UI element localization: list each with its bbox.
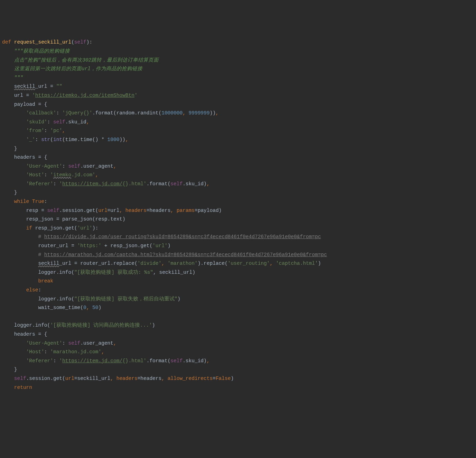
kwarg-name: url <box>98 208 107 213</box>
code-text: } <box>14 190 17 195</box>
code-text: logger.info( <box>14 323 50 328</box>
keyword-return: return <box>14 385 32 390</box>
dict-key: 'Referer' <box>26 181 53 187</box>
number-literal: 50 <box>92 305 98 310</box>
code-text: .format( <box>147 181 171 187</box>
dict-key: 'skuId' <box>26 119 47 125</box>
kwarg-name: headers <box>116 376 138 381</box>
comment-url: https://marathon.jd.com/captcha.html?sku… <box>44 252 327 258</box>
code-text: headers = { <box>14 155 47 160</box>
string-literal: 'user_routing' <box>228 261 270 266</box>
code-text: .format( <box>147 358 171 364</box>
url-string: https://item.jd.com/ <box>62 181 122 187</box>
attr-access: .user_agent <box>80 340 113 346</box>
code-text: payload = { <box>14 102 47 107</box>
self-ref: self <box>53 119 65 125</box>
code-text: =headers <box>147 208 171 213</box>
function-name: request_seckill_url <box>14 39 71 45</box>
string-quote: ' <box>50 172 53 178</box>
docstring-line: 点击"抢购"按钮后，会有两次302跳转，最后到达订单结算页面 <box>14 57 159 63</box>
code-text: : <box>62 163 68 169</box>
code-text: .session.get( <box>59 208 98 213</box>
docstring-line: """获取商品的抢购链接 <box>14 48 70 54</box>
code-text: (time.time() * <box>62 137 108 142</box>
comma: , <box>62 128 65 133</box>
code-text: ) <box>168 243 171 249</box>
code-text: ) <box>318 261 321 266</box>
comma: , <box>95 172 99 178</box>
number-literal: 1000 <box>108 137 120 142</box>
string-tail: {}.html' <box>122 358 147 364</box>
dict-key: 'callback' <box>26 110 56 116</box>
code-text: : <box>62 340 68 346</box>
code-text: : <box>53 358 59 364</box>
docstring-line: """ <box>14 75 23 81</box>
self-ref: self <box>47 208 59 213</box>
code-text: = <box>213 376 216 381</box>
attr-access: .sku_id <box>183 358 204 364</box>
code-text: ) <box>177 296 180 302</box>
string-literal: 'captcha.html' <box>276 261 318 266</box>
code-text: } <box>14 146 17 151</box>
code-text: ) <box>231 376 234 381</box>
code-text: + resp_json.get( <box>101 243 152 249</box>
string-literal: 'pc' <box>50 128 62 133</box>
self-ref: self <box>68 163 80 169</box>
string-tail: {}.html' <box>122 181 147 187</box>
code-text: : <box>44 128 50 133</box>
code-text: resp = <box>26 208 47 213</box>
code-text: ) <box>204 358 207 364</box>
code-text: .session.get( <box>26 376 65 381</box>
attr-access: .user_agent <box>80 163 113 169</box>
comma: , <box>207 358 210 364</box>
warned-string: itemko <box>53 172 71 178</box>
comma: , <box>86 119 90 125</box>
self-param: self <box>74 39 86 45</box>
string-literal: 'https:' <box>77 243 102 249</box>
code-text: resp_json = parse_json(resp.text) <box>26 216 125 222</box>
comma: , <box>110 376 116 381</box>
kwarg-name: allow_redirects <box>168 376 213 381</box>
code-text: _url = router_url.replace( <box>59 261 137 266</box>
comma: , <box>161 376 167 381</box>
code-text: =headers <box>138 376 162 381</box>
dict-key: 'Referer' <box>26 358 53 364</box>
code-text: } <box>14 367 17 372</box>
string-literal: "[获取抢购链接] 获取成功: %s" <box>74 270 153 275</box>
string-literal: 'divide' <box>138 261 162 266</box>
comment-hash: # <box>38 252 44 258</box>
comment-hash: # <box>38 234 44 240</box>
keyword-def: def <box>2 39 11 45</box>
comma: , <box>270 261 276 266</box>
code-text: : <box>53 181 59 187</box>
dict-key: 'User-Agent' <box>26 163 62 169</box>
keyword-break: break <box>38 278 53 284</box>
number-literal: 0 <box>83 305 86 310</box>
comma: , <box>86 305 92 310</box>
string-literal: 'marathon.jd.com' <box>50 349 101 355</box>
code-text: wait_some_time( <box>38 305 83 310</box>
code-text: ) <box>98 305 101 310</box>
string-literal: 'marathon' <box>168 261 198 266</box>
code-text: : <box>56 110 62 116</box>
code-text: ) <box>152 323 155 328</box>
self-ref: self <box>170 181 183 187</box>
docstring-line: 这里返回第一次跳转后的页面url，作为商品的抢购链接 <box>14 66 142 72</box>
dict-key: 'from' <box>26 128 44 133</box>
builtin-int: int <box>53 137 62 142</box>
string-quote: ' <box>59 358 62 364</box>
self-ref: self <box>14 376 26 381</box>
comma: , <box>119 208 125 213</box>
code-text: : <box>35 137 41 142</box>
code-editor-content[interactable]: def request_seckill_url(self): """获取商品的抢… <box>0 35 476 406</box>
code-text: : <box>44 172 50 178</box>
code-text: , seckill_url) <box>153 270 195 275</box>
keyword-false: False <box>216 376 231 381</box>
code-text: : <box>47 119 53 125</box>
number-literal: 1000000 <box>161 110 183 116</box>
kwarg-name: headers <box>125 208 147 213</box>
comment-url: https://divide.jd.com/user_routing?skuId… <box>44 234 321 240</box>
code-text: : <box>44 349 50 355</box>
attr-access: .sku_id <box>183 181 204 187</box>
code-text: )) <box>119 137 125 142</box>
